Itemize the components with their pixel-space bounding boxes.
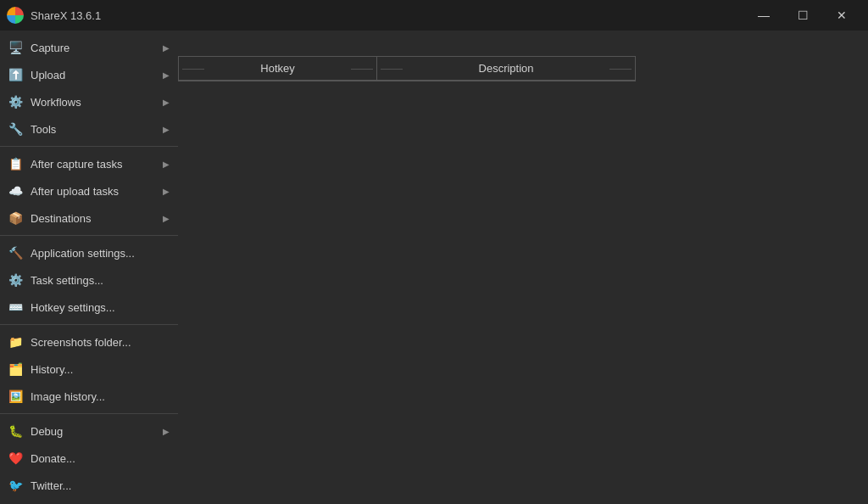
sidebar-item-screenshots[interactable]: 📁Screenshots folder... (0, 328, 178, 356)
hotkey-settings-icon: ⌨️ (7, 299, 24, 316)
after-upload-icon: ☁️ (7, 182, 24, 199)
after-capture-icon: 📋 (7, 155, 24, 172)
maximize-button[interactable]: ☐ (783, 0, 822, 31)
sidebar-item-donate[interactable]: ❤️Donate... (0, 445, 178, 472)
debug-icon: 🐛 (7, 423, 24, 440)
sidebar-item-label: Upload (31, 69, 159, 81)
image-history-icon: 🖼️ (7, 388, 24, 405)
sidebar-item-debug[interactable]: 🐛Debug▶ (0, 417, 178, 445)
sidebar-item-label: Image history... (31, 390, 170, 403)
submenu-arrow-icon: ▶ (163, 427, 170, 436)
sidebar-item-image-history[interactable]: 🖼️Image history... (0, 383, 178, 410)
hotkey-popup: Hotkey Description (178, 56, 636, 81)
main-window: ShareX 13.6.1 — ☐ ✕ 🖥️Capture▶⬆️Upload▶⚙… (0, 0, 868, 504)
sidebar-item-after-upload[interactable]: ☁️After upload tasks▶ (0, 177, 178, 204)
sidebar-item-label: After upload tasks (31, 185, 159, 198)
sidebar-item-upload[interactable]: ⬆️Upload▶ (0, 61, 178, 88)
menu-separator (0, 235, 178, 236)
hotkey-table: Hotkey Description (179, 57, 635, 81)
sidebar-item-discord[interactable]: 💬Discord... (0, 499, 178, 504)
twitter-icon: 🐦 (7, 477, 24, 494)
sidebar-item-label: Screenshots folder... (31, 336, 170, 349)
close-button[interactable]: ✕ (822, 0, 861, 31)
titlebar: ShareX 13.6.1 — ☐ ✕ (0, 0, 868, 31)
sidebar-item-tools[interactable]: 🔧Tools▶ (0, 115, 178, 143)
sidebar-item-twitter[interactable]: 🐦Twitter... (0, 472, 178, 499)
sidebar-item-label: Donate... (31, 452, 170, 465)
sidebar-item-label: Capture (31, 42, 159, 54)
sidebar-item-hotkey-settings[interactable]: ⌨️Hotkey settings... (0, 294, 178, 321)
submenu-arrow-icon: ▶ (163, 43, 170, 53)
submenu-arrow-icon: ▶ (163, 98, 170, 107)
destinations-icon: 📦 (7, 210, 24, 227)
sidebar-item-app-settings[interactable]: 🔨Application settings... (0, 239, 178, 266)
menu-separator (0, 324, 178, 325)
submenu-arrow-icon: ▶ (163, 160, 170, 169)
window-controls: — ☐ ✕ (744, 0, 861, 31)
sidebar-item-label: Twitter... (31, 479, 170, 492)
sidebar-item-history[interactable]: 🗂️History... (0, 356, 178, 383)
sidebar-item-label: After capture tasks (31, 158, 159, 171)
sidebar-item-after-capture[interactable]: 📋After capture tasks▶ (0, 150, 178, 177)
sidebar-item-label: Debug (31, 425, 159, 438)
sidebar-item-label: History... (31, 363, 170, 376)
sidebar-item-label: Task settings... (31, 274, 170, 287)
minimize-button[interactable]: — (744, 0, 783, 31)
submenu-arrow-icon: ▶ (163, 214, 170, 223)
submenu-arrow-icon: ▶ (163, 187, 170, 196)
sidebar-item-label: Destinations (31, 212, 159, 225)
menu-separator (0, 146, 178, 147)
sidebar-item-capture[interactable]: 🖥️Capture▶ (0, 34, 178, 61)
sidebar-item-workflows[interactable]: ⚙️Workflows▶ (0, 88, 178, 115)
workflows-icon: ⚙️ (7, 93, 24, 110)
app-settings-icon: 🔨 (7, 244, 24, 261)
hotkey-column-header: Hotkey (179, 57, 377, 81)
sidebar-item-label: Application settings... (31, 247, 170, 260)
sidebar-item-task-settings[interactable]: ⚙️Task settings... (0, 266, 178, 294)
content-area: 🖥️Capture▶⬆️Upload▶⚙️Workflows▶🔧Tools▶📋A… (0, 31, 868, 504)
sidebar-item-label: Hotkey settings... (31, 301, 170, 314)
submenu-arrow-icon: ▶ (163, 70, 170, 80)
menu-separator (0, 413, 178, 414)
screenshots-icon: 📁 (7, 333, 24, 350)
window-title: ShareX 13.6.1 (31, 9, 744, 22)
upload-icon: ⬆️ (7, 66, 24, 83)
donate-icon: ❤️ (7, 450, 24, 467)
app-icon (7, 7, 24, 24)
sidebar-item-label: Tools (31, 123, 159, 136)
capture-icon: 🖥️ (7, 39, 24, 56)
description-column-header: Description (377, 57, 635, 81)
tools-icon: 🔧 (7, 120, 24, 137)
history-icon: 🗂️ (7, 361, 24, 378)
sidebar-item-destinations[interactable]: 📦Destinations▶ (0, 204, 178, 232)
sidebar-menu: 🖥️Capture▶⬆️Upload▶⚙️Workflows▶🔧Tools▶📋A… (0, 31, 178, 504)
sidebar-item-label: Workflows (31, 96, 159, 109)
submenu-arrow-icon: ▶ (163, 125, 170, 134)
task-settings-icon: ⚙️ (7, 272, 24, 288)
